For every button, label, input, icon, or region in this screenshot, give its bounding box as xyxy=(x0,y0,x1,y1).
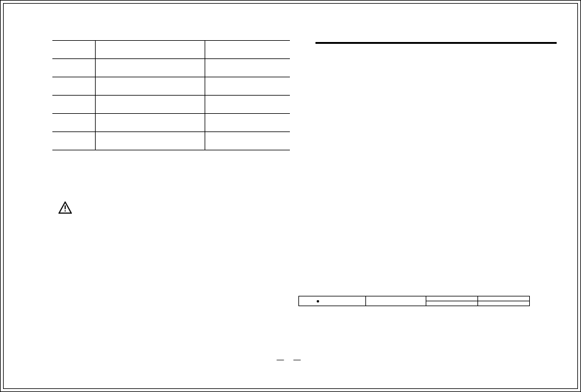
cell xyxy=(205,41,290,59)
table-row xyxy=(52,96,290,114)
cell xyxy=(95,96,205,114)
cell xyxy=(52,77,95,96)
small-table xyxy=(298,296,530,306)
cell xyxy=(95,114,205,132)
cell xyxy=(52,59,95,77)
cell xyxy=(52,41,95,59)
cell xyxy=(205,132,290,150)
cell xyxy=(365,296,426,306)
svg-rect-2 xyxy=(65,211,66,212)
bullet-icon xyxy=(317,300,319,303)
cell xyxy=(95,77,205,96)
cell xyxy=(299,296,366,306)
warning-triangle-icon xyxy=(58,201,72,214)
cell xyxy=(205,114,290,132)
cell xyxy=(426,296,478,301)
cell xyxy=(95,41,205,59)
page-frame: — — xyxy=(3,3,578,389)
cell xyxy=(205,96,290,114)
table-row xyxy=(52,41,290,59)
cell xyxy=(478,296,530,301)
cell xyxy=(52,96,95,114)
svg-rect-1 xyxy=(65,205,66,209)
table-row xyxy=(299,296,530,301)
cell xyxy=(426,301,478,306)
cell xyxy=(95,59,205,77)
table-row xyxy=(52,132,290,150)
cell xyxy=(95,132,205,150)
left-table xyxy=(52,40,290,150)
section-divider xyxy=(315,42,557,44)
table-row xyxy=(52,59,290,77)
cell xyxy=(205,59,290,77)
cell xyxy=(52,114,95,132)
table-row xyxy=(52,114,290,132)
cell xyxy=(205,77,290,96)
cell xyxy=(478,301,530,306)
page-number-marker: — — xyxy=(4,355,577,364)
table-row xyxy=(52,77,290,96)
cell xyxy=(52,132,95,150)
